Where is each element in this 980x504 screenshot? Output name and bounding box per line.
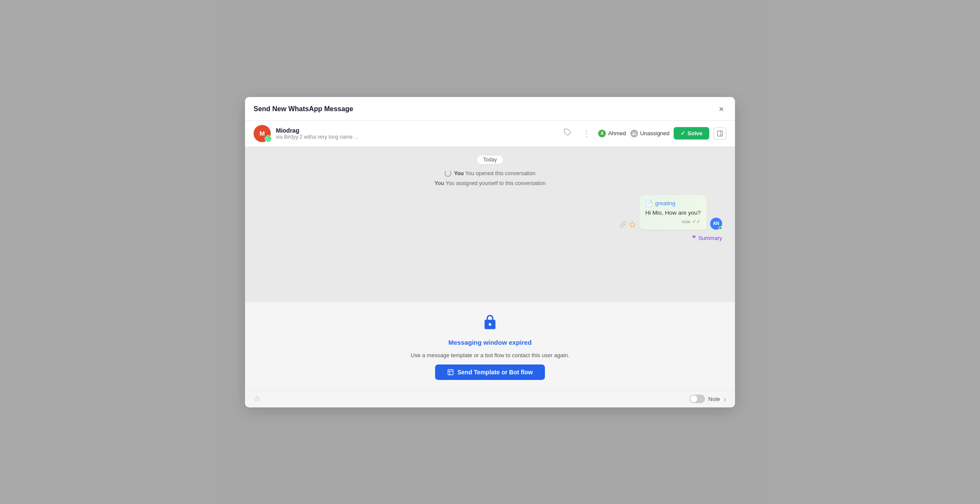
star-bubble-button[interactable] xyxy=(629,221,636,230)
bubble-footer: now ✓✓ xyxy=(645,219,701,225)
chat-area: Today You You opened this conversation Y… xyxy=(245,147,735,301)
footer-star-button[interactable]: ☆ xyxy=(254,394,260,404)
send-template-button[interactable]: Send Template or Bot flow xyxy=(435,364,545,380)
bubble-doc-name: greating xyxy=(655,200,675,206)
whatsapp-badge xyxy=(265,135,272,142)
messaging-expired-bar: Messaging window expired Use a message t… xyxy=(245,301,735,390)
unassigned-icon xyxy=(630,130,638,137)
solve-button[interactable]: ✓ Solve xyxy=(674,127,709,140)
spinner-icon xyxy=(445,170,451,177)
note-toggle: Note › xyxy=(690,394,726,404)
note-toggle-switch[interactable] xyxy=(690,395,705,403)
tag-button[interactable] xyxy=(560,127,575,140)
quote-icon: ❝ xyxy=(692,234,696,242)
modal-title: Send New WhatsApp Message xyxy=(254,105,353,113)
agent-label: A Ahmed xyxy=(598,130,626,137)
svg-rect-1 xyxy=(717,131,723,136)
modal: Send New WhatsApp Message × M Miodrag vi… xyxy=(245,97,735,407)
system-message-assigned: You You assigned yourself to this conver… xyxy=(258,180,722,186)
solve-check-icon: ✓ xyxy=(681,130,685,137)
svg-marker-3 xyxy=(629,222,635,227)
note-label: Note xyxy=(708,396,720,402)
contact-name: Miodrag xyxy=(276,127,555,134)
message-row: 📄 greating Hi Mio, How are you? now ✓✓ A… xyxy=(258,195,722,230)
bubble-text: Hi Mio, How are you? xyxy=(645,209,701,216)
bubble-time: now xyxy=(682,219,690,224)
contact-avatar: M xyxy=(254,125,271,142)
chat-bubble: 📄 greating Hi Mio, How are you? now ✓✓ xyxy=(639,195,707,230)
online-status-dot xyxy=(719,226,722,230)
footer-actions: ☆ Note › xyxy=(245,390,735,407)
link-button[interactable] xyxy=(620,221,626,230)
panel-toggle-button[interactable] xyxy=(714,128,726,140)
more-button[interactable]: ⋮ xyxy=(579,127,594,140)
avatar-initial: M xyxy=(260,130,265,137)
doc-icon: 📄 xyxy=(645,200,653,207)
system-message-opened: You You opened this conversation xyxy=(258,170,722,177)
sender-avatar: AN xyxy=(710,218,722,230)
close-button[interactable]: × xyxy=(716,104,726,114)
expired-sub: Use a message template or a bot flow to … xyxy=(411,352,569,358)
send-arrow-button[interactable]: › xyxy=(723,394,726,404)
summary-anchor[interactable]: Summary xyxy=(698,235,722,241)
modal-overlay: Send New WhatsApp Message × M Miodrag vi… xyxy=(0,0,980,504)
bubble-header: 📄 greating xyxy=(645,200,701,207)
modal-titlebar: Send New WhatsApp Message × xyxy=(245,97,735,121)
bubble-actions xyxy=(620,221,636,230)
lock-icon xyxy=(482,314,498,331)
summary-link[interactable]: ❝ Summary xyxy=(258,234,722,242)
contact-info: Miodrag via Birdyy 2 witha very long nam… xyxy=(276,127,555,140)
template-icon xyxy=(447,369,454,376)
svg-rect-4 xyxy=(448,370,453,375)
lock-icon-wrap xyxy=(480,312,500,333)
unassigned-label: Unassigned xyxy=(630,130,670,137)
agent-icon: A xyxy=(598,130,606,137)
contact-sub: via Birdyy 2 witha very long name ... xyxy=(276,134,555,140)
bubble-check-icon: ✓✓ xyxy=(692,219,701,225)
chat-header: M Miodrag via Birdyy 2 witha very long n… xyxy=(245,121,735,147)
date-divider: Today xyxy=(258,155,722,163)
expired-title: Messaging window expired xyxy=(448,339,532,346)
header-actions: ⋮ A Ahmed Unassigned ✓ Solve xyxy=(560,127,726,140)
